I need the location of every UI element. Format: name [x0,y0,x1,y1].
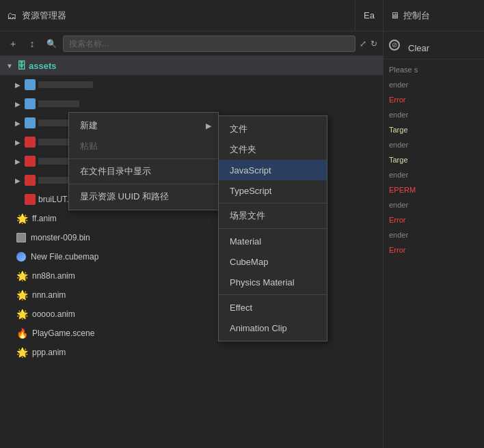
toolbar: + ↕ 🔍 ⤢ ↻ [0,31,383,56]
refresh-icon[interactable]: ↻ [371,39,377,48]
right-panel: 🖥 控制台 ⊘ Clear Please s ender Error ender… [383,0,484,448]
submenu-effect-label: Effect [230,303,252,313]
add-button[interactable]: + [5,36,21,51]
log-line-2: ender [384,77,484,92]
folder-icon: 🗂 [7,10,16,21]
arrow-icon: ▶ [14,81,22,89]
clear-row: ⊘ Clear [384,31,484,59]
no-entry-icon: ⊘ [389,40,400,51]
folder-red-icon1 [25,137,36,148]
assets-label: assets [29,61,56,71]
submenu-separator3 [219,294,327,295]
log-line-9: EPERM [384,182,484,197]
db-icon: 🗄 [16,60,26,71]
ea-label-area: Ea [355,0,383,31]
submenu-cubemap-label: CubeMap [230,257,268,267]
menu-show-uuid-label: 显示资源 UUID 和路径 [80,191,169,203]
submenu-separator1 [219,203,327,204]
submenu-item-animation-clip[interactable]: Animation Clip [219,318,327,338]
ooooo-label: ooooo.anim [32,309,75,319]
left-panel-title: 资源管理器 [22,10,66,22]
main-layout: 🗂 资源管理器 ≡ + ↕ 🔍 ⤢ ↻ ▼ 🗄 assets ▶ [0,0,484,448]
folder-blue-icon2 [25,98,36,109]
log-line-8: ender [384,167,484,182]
context-menu: 新建 ▶ 文件 文件夹 JavaScript [68,112,219,210]
expand-icon[interactable]: ⤢ [360,39,366,48]
submenu-item-physics-material[interactable]: Physics Material [219,272,327,292]
submenu-item-file[interactable]: 文件 [219,119,327,139]
left-panel: 🗂 资源管理器 ≡ + ↕ 🔍 ⤢ ↻ ▼ 🗄 assets ▶ [0,0,383,448]
arrow-icon: ▶ [14,138,22,146]
ff-label: ff.anim [32,214,57,223]
left-panel-header: 🗂 资源管理器 ≡ [0,0,383,31]
submenu-file-label: 文件 [230,123,247,135]
submenu-arrow-icon: ▶ [206,122,211,130]
tree-item-assets[interactable]: ▼ 🗄 assets [0,56,383,75]
arrow-spacer [14,195,22,204]
submenu-item-javascript[interactable]: JavaScript [219,160,327,180]
menu-new-label: 新建 [80,120,98,132]
submenu-item-material[interactable]: Material [219,231,327,251]
submenu-typescript-label: TypeScript [230,186,271,196]
log-line-1: Please s [384,62,484,77]
submenu: 文件 文件夹 JavaScript TypeScript [218,115,327,341]
tree-item-folder1[interactable]: ▶ [0,75,383,94]
ppp-label: ppp.anim [32,348,66,357]
right-panel-header: 🖥 控制台 [384,0,484,31]
cubemap-icon-newfile [16,252,26,262]
submenu-separator2 [219,228,327,229]
context-menu-overlay: 新建 ▶ 文件 文件夹 JavaScript [68,112,219,210]
log-line-5: Targe [384,122,484,137]
log-line-11: Error [384,212,484,227]
log-line-7: Targe [384,152,484,167]
submenu-item-effect[interactable]: Effect [219,297,327,318]
log-area: Please s ender Error ender Targe ender T… [384,59,484,448]
log-line-4: ender [384,107,484,122]
monster-label: monster-009.bin [31,233,90,242]
log-line-12: ender [384,227,484,242]
monitor-icon: 🖥 [390,10,399,20]
menu-item-paste: 粘贴 [69,136,218,156]
search-icon: 🔍 [44,36,59,51]
submenu-item-folder[interactable]: 文件夹 [219,139,327,160]
clear-button[interactable]: Clear [403,40,435,56]
menu-separator1 [69,158,218,159]
arrow-icon: ▼ [5,61,14,70]
submenu-item-scenefile[interactable]: 场景文件 [219,206,327,226]
arrow-icon: ▶ [14,157,22,165]
submenu-animation-clip-label: Animation Clip [230,323,287,333]
file-tree: ▼ 🗄 assets ▶ ▶ ▶ ▶ [0,56,383,448]
bin-icon-monster [16,233,26,242]
nnn-label: nnn.anim [32,290,66,300]
menu-item-show-in-dir[interactable]: 在文件目录中显示 [69,161,218,182]
submenu-item-typescript[interactable]: TypeScript [219,180,327,201]
log-line-13: Error [384,242,484,257]
submenu-item-cubemap[interactable]: CubeMap [219,251,327,272]
anim-icon-nn88n: 🌟 [16,270,28,281]
submenu-material-label: Material [230,236,261,247]
anim-icon-nnn: 🌟 [16,290,28,300]
tree-item-ppp[interactable]: 🌟 ppp.anim [0,343,383,362]
log-line-3: Error [384,92,484,107]
submenu-physics-material-label: Physics Material [230,277,295,288]
search-input[interactable] [63,36,355,52]
playgame-label: PlayGame.scene [32,328,94,338]
menu-item-show-uuid[interactable]: 显示资源 UUID 和路径 [69,186,218,207]
scene-icon-playgame: 🔥 [16,328,28,339]
anim-icon-ooooo: 🌟 [16,309,28,320]
folder-red-icon3 [25,175,36,186]
log-line-6: ender [384,137,484,152]
nn88n-label: nn88n.anim [32,271,75,281]
tree-item-folder2[interactable]: ▶ [0,94,383,113]
menu-paste-label: 粘贴 [80,140,98,152]
arrow-icon: ▶ [14,119,22,127]
log-line-10: ender [384,197,484,212]
newfile-label: New File.cubemap [31,252,98,262]
folder-red-icon2 [25,156,36,167]
submenu-scenefile-label: 场景文件 [230,210,265,222]
menu-item-new[interactable]: 新建 ▶ 文件 文件夹 JavaScript [69,115,218,136]
folder-red-icon4 [25,194,36,205]
menu-show-in-dir-label: 在文件目录中显示 [80,165,151,178]
sort-button[interactable]: ↕ [25,36,40,51]
arrow-icon: ▶ [14,176,22,184]
